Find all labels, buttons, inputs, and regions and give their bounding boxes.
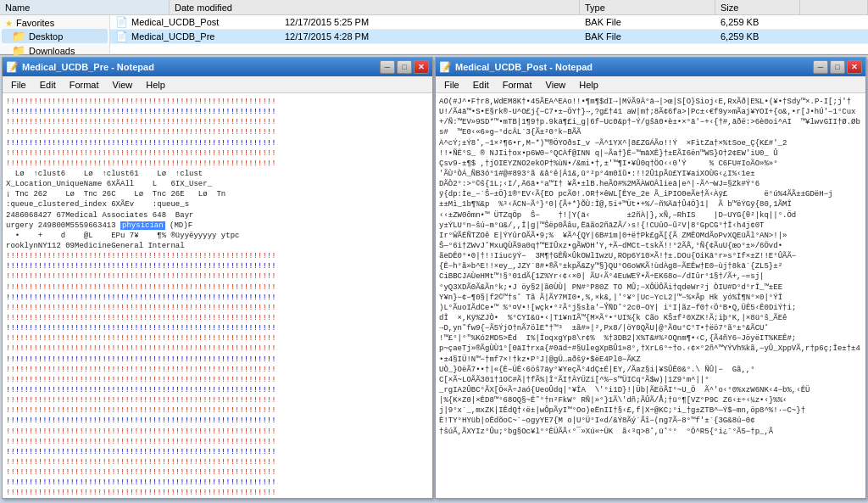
file-extra-2 xyxy=(800,30,868,44)
explorer-body: ★ Favorites 📁 Desktop 📁 Downloads 📄 Medi… xyxy=(0,15,868,53)
notepad-pre: 📝 Medical_UCDB_Pre - Notepad ─ □ ✕ File … xyxy=(2,57,433,499)
notepad-pre-menubar: File Edit Format View Help xyxy=(3,76,432,93)
file-name-1: 📄 Medical_UCDB_Post xyxy=(110,15,280,30)
notepad-post-menubar: File Edit Format View Help xyxy=(436,76,865,93)
folder-icon-2: 📁 xyxy=(12,44,25,57)
file-name-2: 📄 Medical_UCDB_Pre xyxy=(110,30,280,44)
col-extra[interactable] xyxy=(800,0,868,14)
menu-edit-left[interactable]: Edit xyxy=(33,78,63,92)
menu-view-right[interactable]: View xyxy=(539,78,573,92)
menu-edit-right[interactable]: Edit xyxy=(466,78,496,92)
maximize-button-left[interactable]: □ xyxy=(397,60,412,74)
star-icon: ★ xyxy=(5,19,13,28)
minimize-button-right[interactable]: ─ xyxy=(813,60,828,74)
file-row-2[interactable]: 📄 Medical_UCDB_Pre 12/17/2015 4:28 PM BA… xyxy=(110,30,868,44)
titlebar-controls-left: ─ □ ✕ xyxy=(380,60,429,74)
menu-file-right[interactable]: File xyxy=(437,78,466,92)
sidebar-item-favorites[interactable]: ★ Favorites xyxy=(2,17,108,29)
notepad-post-titlebar[interactable]: 📝 Medical_UCDB_Post - Notepad ─ □ ✕ xyxy=(436,58,865,76)
file-explorer: Name Date modified Type Size ★ Favorites… xyxy=(0,0,868,55)
file-list: 📄 Medical_UCDB_Post 12/17/2015 5:25 PM B… xyxy=(110,15,868,53)
file-icon-1: 📄 xyxy=(115,16,128,28)
titlebar-right-left: 📝 Medical_UCDB_Post - Notepad xyxy=(439,61,593,73)
col-type[interactable]: Type xyxy=(580,0,715,14)
file-date-1: 12/17/2015 5:25 PM xyxy=(280,15,580,30)
notepad-app-icon-2: 📝 xyxy=(439,61,452,73)
titlebar-controls-right: ─ □ ✕ xyxy=(813,60,862,74)
menu-file-left[interactable]: File xyxy=(4,78,33,92)
notepad-pre-text[interactable]: !!!!!!!!!!!!!!!!!!!!!!!!!!!!!!!!!!!!!!!!… xyxy=(3,93,432,498)
menu-format-left[interactable]: Format xyxy=(63,78,106,92)
menu-view-left[interactable]: View xyxy=(106,78,140,92)
menu-help-right[interactable]: Help xyxy=(572,78,605,92)
file-row-1[interactable]: 📄 Medical_UCDB_Post 12/17/2015 5:25 PM B… xyxy=(110,15,868,30)
notepad-container: 📝 Medical_UCDB_Pre - Notepad ─ □ ✕ File … xyxy=(0,55,868,500)
close-button-left[interactable]: ✕ xyxy=(414,60,429,74)
file-date-2: 12/17/2015 4:28 PM xyxy=(280,30,580,44)
titlebar-left: 📝 Medical_UCDB_Pre - Notepad xyxy=(6,61,154,73)
notepad-app-icon: 📝 xyxy=(6,61,19,73)
maximize-button-right[interactable]: □ xyxy=(830,60,845,74)
explorer-column-headers: Name Date modified Type Size xyxy=(0,0,868,15)
menu-format-right[interactable]: Format xyxy=(496,78,539,92)
file-type-2: BAK File xyxy=(580,30,715,44)
sidebar-item-downloads[interactable]: 📁 Downloads xyxy=(2,43,108,58)
notepad-post-content: AO(#J^•F†r8,WdEM8K†•45ÃEA^EAo!!•¶m¶$dI→|… xyxy=(436,93,865,498)
file-size-1: 6,259 KB xyxy=(715,15,800,30)
file-icon-2: 📄 xyxy=(115,31,128,42)
col-size[interactable]: Size xyxy=(715,0,800,14)
notepad-pre-titlebar[interactable]: 📝 Medical_UCDB_Pre - Notepad ─ □ ✕ xyxy=(3,58,432,76)
minimize-button-left[interactable]: ─ xyxy=(380,60,395,74)
notepad-post-text[interactable]: AO(#J^•F†r8,WdEM8K†•45ÃEA^EAo!!•¶m¶$dI→|… xyxy=(436,93,865,498)
notepad-pre-content: !!!!!!!!!!!!!!!!!!!!!!!!!!!!!!!!!!!!!!!!… xyxy=(3,93,432,498)
menu-help-left[interactable]: Help xyxy=(139,78,172,92)
file-type-1: BAK File xyxy=(580,15,715,30)
file-extra-1 xyxy=(800,15,868,30)
folder-icon: 📁 xyxy=(12,30,25,42)
col-date[interactable]: Date modified xyxy=(170,0,580,14)
notepad-post: 📝 Medical_UCDB_Post - Notepad ─ □ ✕ File… xyxy=(435,57,866,499)
file-size-2: 6,259 KB xyxy=(715,30,800,44)
col-name[interactable]: Name xyxy=(0,0,170,14)
explorer-sidebar: ★ Favorites 📁 Desktop 📁 Downloads xyxy=(0,15,110,53)
close-button-right[interactable]: ✕ xyxy=(847,60,862,74)
sidebar-item-desktop[interactable]: 📁 Desktop xyxy=(2,29,108,43)
